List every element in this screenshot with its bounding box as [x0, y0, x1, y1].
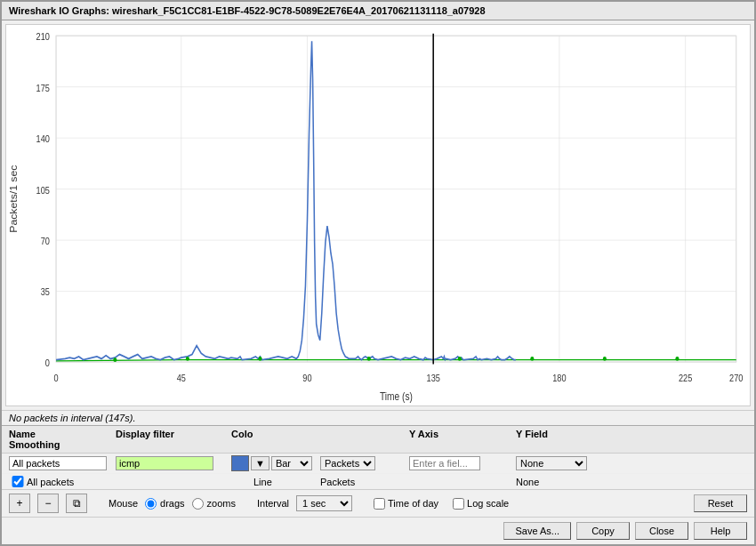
- yaxis-cell: Packets Bytes Bits/s: [320, 456, 409, 470]
- reset-button[interactable]: Reset: [694, 494, 747, 512]
- copy-button[interactable]: Copy: [576, 522, 630, 540]
- time-of-day-group: Time of day: [374, 498, 438, 510]
- col-color-style: Colo: [231, 429, 409, 439]
- close-button[interactable]: Close: [635, 522, 688, 540]
- svg-point-38: [603, 357, 607, 361]
- status-bar: No packets in interval (147s).: [2, 410, 754, 425]
- svg-text:45: 45: [177, 373, 187, 383]
- controls-panel: Name Display filter Colo Y Axis Y Field …: [2, 425, 754, 544]
- svg-text:210: 210: [36, 31, 51, 42]
- svg-text:90: 90: [302, 373, 312, 383]
- svg-point-35: [367, 357, 371, 361]
- svg-rect-0: [56, 36, 736, 362]
- svg-point-32: [113, 357, 117, 362]
- col-filter: Display filter: [116, 429, 231, 439]
- svg-text:Packets/1 sec: Packets/1 sec: [9, 165, 19, 232]
- minus-icon: −: [44, 497, 51, 510]
- svg-point-37: [530, 357, 534, 361]
- checkbox-row2[interactable]: [9, 476, 27, 487]
- svg-text:180: 180: [552, 373, 567, 383]
- svg-point-33: [186, 357, 189, 361]
- add-graph-button[interactable]: +: [9, 494, 30, 513]
- name-label-row2: All packets: [27, 477, 116, 487]
- status-message: No packets in interval (147s).: [9, 413, 135, 423]
- smoothing-cell: None: [516, 456, 631, 470]
- main-window: Wireshark IO Graphs: wireshark_F5C1CC81-…: [0, 0, 756, 546]
- zooms-radio[interactable]: [192, 498, 204, 510]
- title-bar: Wireshark IO Graphs: wireshark_F5C1CC81-…: [2, 2, 754, 20]
- io-graph-svg: 210 175 140 105 70 35 0 0 45 90 135 180 …: [6, 25, 750, 405]
- color-style-cell: ▼ Bar Line FBar Dot: [231, 455, 320, 471]
- log-scale-label: Log scale: [467, 498, 509, 509]
- name-input-row1[interactable]: [9, 456, 107, 470]
- filter-input-row1[interactable]: [116, 456, 213, 470]
- zooms-label: zooms: [207, 498, 236, 509]
- svg-text:140: 140: [36, 133, 51, 144]
- remove-graph-button[interactable]: −: [37, 494, 59, 513]
- table-row-2: All packets Line Packets None: [2, 474, 754, 489]
- drags-radio[interactable]: [145, 498, 157, 510]
- svg-text:175: 175: [36, 83, 51, 93]
- svg-text:35: 35: [41, 287, 51, 298]
- time-of-day-label: Time of day: [388, 498, 438, 509]
- col-smoothing: Smoothing: [9, 439, 116, 450]
- smoothing-select-row1[interactable]: None: [516, 456, 587, 470]
- col-name: Name: [9, 429, 116, 439]
- svg-text:0: 0: [54, 373, 59, 383]
- svg-text:Time (s): Time (s): [380, 390, 413, 402]
- log-scale-group: Log scale: [453, 498, 509, 510]
- plus-icon: +: [16, 497, 22, 510]
- svg-point-34: [258, 357, 261, 361]
- svg-text:105: 105: [36, 185, 51, 196]
- svg-text:70: 70: [41, 236, 51, 246]
- time-of-day-checkbox[interactable]: [374, 498, 385, 510]
- save-as-button[interactable]: Save As...: [503, 522, 571, 540]
- smoothing-label-row2: None: [516, 477, 631, 487]
- action-buttons: Save As... Copy Close Help: [2, 517, 754, 544]
- interval-select[interactable]: 1 sec 10 ms 100 ms 10 sec 1 min: [296, 495, 352, 511]
- color-dropdown-row1[interactable]: ▼: [251, 456, 269, 470]
- svg-text:135: 135: [427, 373, 441, 383]
- zooms-radio-label[interactable]: zooms: [192, 498, 236, 510]
- interval-label: Interval: [257, 498, 289, 509]
- mouse-label: Mouse: [109, 498, 138, 509]
- col-yfield: Y Field: [516, 429, 631, 439]
- svg-text:270: 270: [729, 373, 744, 383]
- svg-text:225: 225: [679, 373, 693, 383]
- log-scale-checkbox[interactable]: [453, 498, 464, 510]
- copy-graph-button[interactable]: ⧉: [66, 494, 87, 513]
- svg-text:0: 0: [45, 357, 50, 368]
- drags-radio-label[interactable]: drags: [145, 498, 185, 510]
- table-header: Name Display filter Colo Y Axis Y Field …: [2, 426, 754, 454]
- col-yaxis: Y Axis: [409, 429, 516, 439]
- copy-icon: ⧉: [73, 497, 81, 510]
- help-button[interactable]: Help: [694, 522, 747, 540]
- window-title: Wireshark IO Graphs: wireshark_F5C1CC81-…: [9, 5, 486, 16]
- style-label-row2: Line: [231, 477, 320, 487]
- svg-point-39: [675, 357, 679, 361]
- yfield-input-row1[interactable]: [409, 456, 480, 470]
- table-row-1: ▼ Bar Line FBar Dot Packets Bytes Bits/s: [2, 454, 754, 474]
- yaxis-select-row1[interactable]: Packets Bytes Bits/s: [320, 456, 375, 470]
- yaxis-label-row2: Packets: [320, 477, 409, 487]
- bottom-toolbar: + − ⧉ Mouse drags zooms Interval 1 sec 1…: [2, 489, 754, 517]
- color-swatch-row1[interactable]: [231, 455, 249, 471]
- chart-area: 210 175 140 105 70 35 0 0 45 90 135 180 …: [5, 24, 751, 406]
- svg-point-36: [458, 357, 462, 361]
- style-select-row1[interactable]: Bar Line FBar Dot: [271, 456, 312, 470]
- drags-label: drags: [160, 498, 185, 509]
